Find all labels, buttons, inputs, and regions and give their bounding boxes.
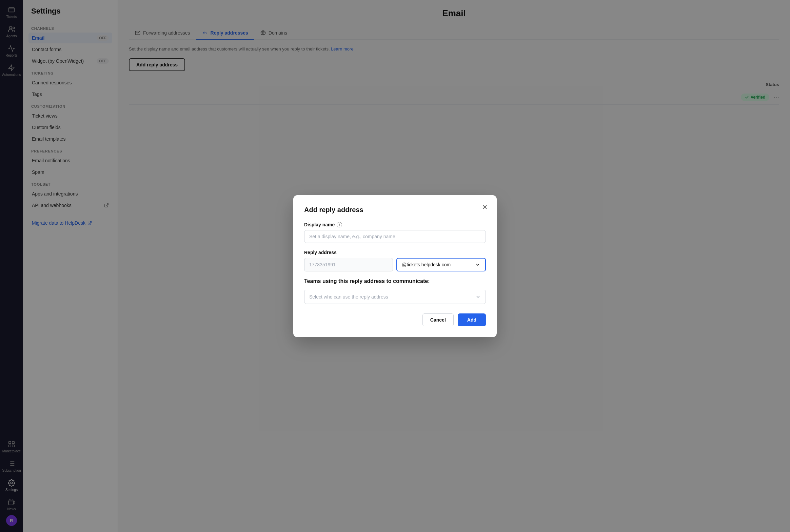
add-button[interactable]: Add [458,314,486,326]
close-icon [481,204,488,210]
reply-address-label: Reply address [304,250,486,255]
modal-actions: Cancel Add [304,314,486,326]
display-name-info-icon[interactable]: i [337,222,342,227]
display-name-input[interactable] [304,230,486,243]
modal-overlay: Add reply address Display name i Reply a… [0,0,790,532]
modal-close-button[interactable] [480,202,490,212]
teams-section: Teams using this reply address to commun… [304,278,486,304]
teams-select[interactable]: Select who can use the reply address [304,290,486,304]
add-reply-address-modal: Add reply address Display name i Reply a… [293,195,497,337]
modal-title: Add reply address [304,206,486,214]
display-name-group: Display name i [304,222,486,243]
display-name-label: Display name i [304,222,486,227]
chevron-down-icon [475,262,480,267]
domain-select[interactable]: @tickets.helpdesk.com [396,258,486,271]
reply-address-group: Reply address @tickets.helpdesk.com [304,250,486,271]
teams-section-title: Teams using this reply address to commun… [304,278,486,284]
teams-chevron-icon [475,294,481,300]
reply-address-input[interactable] [304,258,393,271]
cancel-button[interactable]: Cancel [422,314,454,326]
reply-address-row: @tickets.helpdesk.com [304,258,486,271]
